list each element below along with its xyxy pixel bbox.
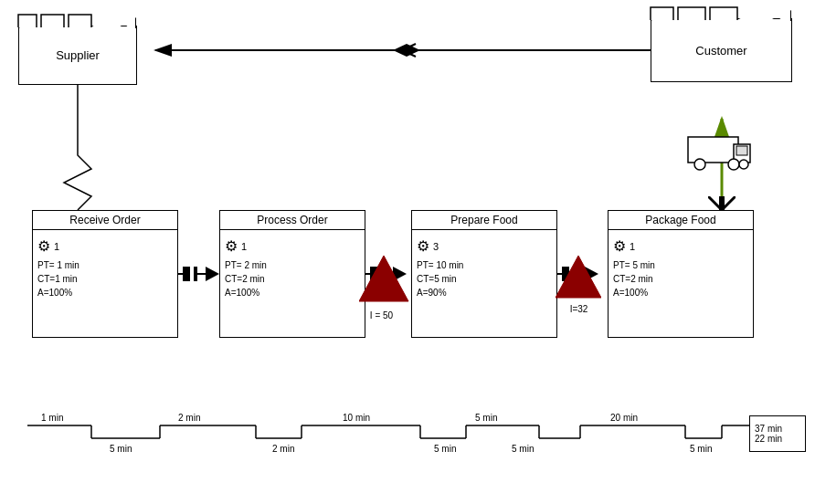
package-food-box: Package Food ⚙ 1 PT= 5 min CT=2 min A=10…: [608, 210, 754, 338]
package-food-body: ⚙ 1 PT= 5 min CT=2 min A=100%: [609, 230, 753, 334]
receive-order-a: A=100%: [37, 286, 173, 299]
process-order-title: Process Order: [220, 211, 365, 230]
inventory-label-1: I = 50: [356, 310, 407, 320]
total-time-box: 37 min 22 min: [749, 415, 806, 452]
package-food-a: A=100%: [613, 286, 748, 299]
timeline-bottom-5: 5 min: [690, 444, 712, 454]
package-food-title: Package Food: [609, 211, 753, 230]
truck-icon: [683, 128, 757, 173]
receive-order-ct: CT=1 min: [37, 272, 173, 286]
total-ct-label: 22 min: [755, 434, 782, 444]
svg-point-44: [728, 159, 739, 170]
customer-tabs: [651, 7, 792, 20]
timeline-label-4: 5 min: [475, 413, 497, 423]
package-food-metrics: PT= 5 min CT=2 min A=100%: [613, 258, 748, 299]
inventory-triangle-2: [556, 254, 601, 299]
total-pt-label: 37 min: [755, 424, 782, 434]
prepare-food-a: A=90%: [417, 286, 552, 299]
timeline-label-2: 2 min: [178, 413, 200, 423]
operator-count-1: 1: [241, 241, 247, 252]
operator-icon-1: ⚙: [225, 237, 238, 255]
operator-icon-3: ⚙: [613, 237, 626, 255]
svg-rect-42: [736, 146, 747, 155]
svg-rect-5: [190, 267, 194, 281]
svg-marker-7: [206, 267, 219, 281]
process-order-a: A=100%: [225, 286, 360, 299]
prepare-food-title: Prepare Food: [412, 211, 556, 230]
customer-label: Customer: [695, 44, 746, 58]
prepare-food-pt: PT= 10 min: [417, 258, 552, 272]
timeline-bottom-4: 5 min: [512, 444, 534, 454]
receive-order-box: Receive Order ⚙ 1 PT= 1 min CT=1 min A=1…: [32, 210, 178, 338]
supplier-label: Supplier: [56, 48, 100, 62]
timeline-label-5: 20 min: [610, 413, 638, 423]
receive-order-body: ⚙ 1 PT= 1 min CT=1 min A=100%: [33, 230, 177, 334]
svg-marker-49: [359, 256, 408, 301]
svg-marker-50: [556, 256, 601, 298]
customer-shape: Customer: [651, 18, 792, 82]
operator-count-2: 3: [433, 241, 439, 252]
operator-icon-2: ⚙: [417, 237, 429, 255]
timeline-bottom-1: 5 min: [110, 444, 132, 454]
process-order-pt: PT= 2 min: [225, 258, 360, 272]
process-order-body: ⚙ 1 PT= 2 min CT=2 min A=100%: [220, 230, 365, 334]
svg-rect-6: [194, 267, 197, 281]
diagram-container: Supplier Customer Receive Order: [0, 0, 815, 504]
operator-count-0: 1: [54, 241, 59, 252]
prepare-food-box: Prepare Food ⚙ 3 PT= 10 min CT=5 min A=9…: [411, 210, 557, 338]
prepare-food-ct: CT=5 min: [417, 272, 552, 286]
receive-order-title: Receive Order: [33, 211, 177, 230]
process-order-metrics: PT= 2 min CT=2 min A=100%: [225, 258, 360, 299]
prepare-food-metrics: PT= 10 min CT=5 min A=90%: [417, 258, 552, 299]
package-food-pt: PT= 5 min: [613, 258, 748, 272]
svg-rect-40: [688, 137, 738, 163]
supplier-shape: Supplier: [18, 26, 137, 85]
timeline-bottom-2: 2 min: [272, 444, 294, 454]
process-order-box: Process Order ⚙ 1 PT= 2 min CT=2 min A=1…: [219, 210, 365, 338]
package-food-ct: CT=2 min: [613, 272, 748, 286]
receive-order-metrics: PT= 1 min CT=1 min A=100%: [37, 258, 173, 299]
inventory-triangle-1: [359, 254, 409, 304]
inventory-label-2: I=32: [554, 304, 604, 314]
timeline-label-3: 10 min: [343, 413, 370, 423]
svg-rect-4: [183, 267, 190, 281]
svg-point-45: [739, 160, 748, 169]
svg-point-43: [694, 159, 705, 170]
operator-icon-0: ⚙: [37, 237, 50, 255]
timeline-label-1: 1 min: [41, 413, 63, 423]
timeline-bottom-3: 5 min: [434, 444, 456, 454]
operator-count-3: 1: [630, 241, 635, 252]
receive-order-pt: PT= 1 min: [37, 258, 173, 272]
prepare-food-body: ⚙ 3 PT= 10 min CT=5 min A=90%: [412, 230, 556, 334]
process-order-ct: CT=2 min: [225, 272, 360, 286]
supplier-tabs: [18, 15, 137, 27]
